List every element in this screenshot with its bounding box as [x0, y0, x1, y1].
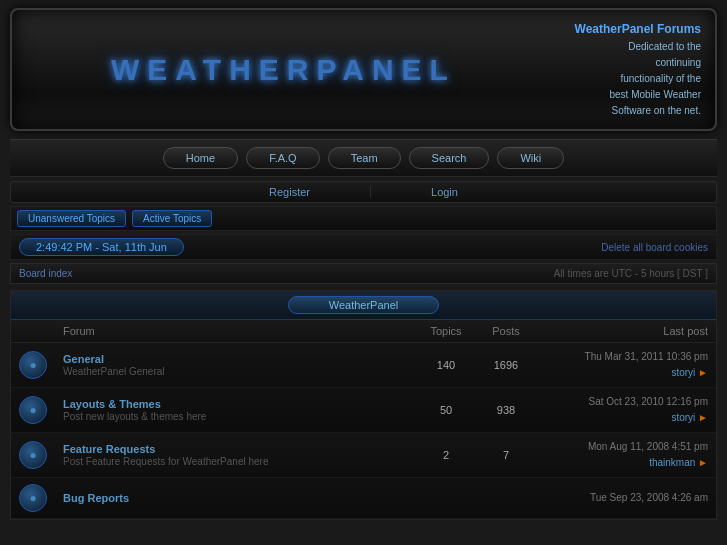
last-post-user-link[interactable]: storyi: [671, 367, 695, 378]
last-post-arrow: ►: [698, 367, 708, 378]
forum-description: WeatherPanel General: [63, 366, 165, 377]
col-forum: Forum: [55, 320, 416, 343]
forum-table: Forum Topics Posts Last post ● General W…: [11, 320, 716, 519]
logo-area: WeatherPanel: [26, 53, 541, 87]
forum-name-link[interactable]: Bug Reports: [63, 492, 408, 504]
nav-search[interactable]: Search: [409, 147, 490, 169]
timezone-text: All times are UTC - 5 hours [ DST ]: [554, 268, 708, 279]
board-index-link[interactable]: Board index: [19, 268, 72, 279]
forum-topics-cell: 140: [416, 343, 476, 388]
forum-icon-cell: ●: [11, 433, 55, 478]
last-post-user-link[interactable]: storyi: [671, 412, 695, 423]
last-post-date: Sat Oct 23, 2010 12:16 pm: [544, 394, 708, 410]
forum-description: Post new layouts & themes here: [63, 411, 206, 422]
table-row: ● General WeatherPanel General 140 1696 …: [11, 343, 716, 388]
site-desc-4: best Mobile Weather: [541, 87, 701, 103]
forum-lastpost-cell: Tue Sep 23, 2008 4:26 am: [536, 478, 716, 519]
forum-topics-cell: [416, 478, 476, 519]
forum-posts-cell: [476, 478, 536, 519]
col-topics: Topics: [416, 320, 476, 343]
forum-icon: ●: [19, 441, 47, 469]
logo-text: WeatherPanel: [111, 53, 456, 87]
unanswered-topics-btn[interactable]: Unanswered Topics: [17, 210, 126, 227]
forum-info-cell: Layouts & Themes Post new layouts & them…: [55, 388, 416, 433]
forum-topics-cell: 2: [416, 433, 476, 478]
site-desc-2: continuing: [541, 55, 701, 71]
nav-home[interactable]: Home: [163, 147, 238, 169]
forum-lastpost-cell: Mon Aug 11, 2008 4:51 pm thainkman ►: [536, 433, 716, 478]
register-link[interactable]: Register: [209, 186, 371, 198]
last-post-user-link[interactable]: thainkman: [649, 457, 695, 468]
clock-bar: 2:49:42 PM - Sat, 11th Jun Delete all bo…: [10, 234, 717, 260]
table-row: ● Bug Reports Tue Sep 23, 2008 4:26 am: [11, 478, 716, 519]
last-post-arrow: ►: [698, 457, 708, 468]
forum-info-cell: Feature Requests Post Feature Requests f…: [55, 433, 416, 478]
forum-section: WeatherPanel Forum Topics Posts Last pos…: [10, 290, 717, 520]
forum-icon-cell: ●: [11, 478, 55, 519]
login-link[interactable]: Login: [371, 186, 518, 198]
forum-icon-cell: ●: [11, 343, 55, 388]
table-row: ● Feature Requests Post Feature Requests…: [11, 433, 716, 478]
site-desc-3: functionality of the: [541, 71, 701, 87]
forum-name-link[interactable]: Layouts & Themes: [63, 398, 408, 410]
last-post-arrow: ►: [698, 412, 708, 423]
forum-icon-cell: ●: [11, 388, 55, 433]
clock-display: 2:49:42 PM - Sat, 11th Jun: [19, 238, 184, 256]
forum-description: Post Feature Requests for WeatherPanel h…: [63, 456, 268, 467]
nav-wiki[interactable]: Wiki: [497, 147, 564, 169]
forum-icon: ●: [19, 484, 47, 512]
table-row: ● Layouts & Themes Post new layouts & th…: [11, 388, 716, 433]
nav-team[interactable]: Team: [328, 147, 401, 169]
col-icon: [11, 320, 55, 343]
register-login-bar: Register Login: [10, 181, 717, 203]
col-lastpost: Last post: [536, 320, 716, 343]
forum-icon: ●: [19, 396, 47, 424]
nav-faq[interactable]: F.A.Q: [246, 147, 320, 169]
last-post-date: Thu Mar 31, 2011 10:36 pm: [544, 349, 708, 365]
site-desc-1: Dedicated to the: [541, 39, 701, 55]
forum-name-link[interactable]: General: [63, 353, 408, 365]
forum-section-title: WeatherPanel: [288, 296, 440, 314]
forum-info-cell: Bug Reports: [55, 478, 416, 519]
topics-bar: Unanswered Topics Active Topics: [10, 206, 717, 231]
header: WeatherPanel WeatherPanel Forums Dedicat…: [10, 8, 717, 131]
site-title: WeatherPanel Forums: [541, 20, 701, 39]
forum-name-link[interactable]: Feature Requests: [63, 443, 408, 455]
forum-posts-cell: 1696: [476, 343, 536, 388]
forum-section-header: WeatherPanel: [11, 291, 716, 320]
col-posts: Posts: [476, 320, 536, 343]
board-index-bar: Board index All times are UTC - 5 hours …: [10, 263, 717, 284]
forum-lastpost-cell: Thu Mar 31, 2011 10:36 pm storyi ►: [536, 343, 716, 388]
forum-posts-cell: 7: [476, 433, 536, 478]
forum-icon: ●: [19, 351, 47, 379]
nav-bar: Home F.A.Q Team Search Wiki: [10, 139, 717, 177]
forum-info-cell: General WeatherPanel General: [55, 343, 416, 388]
header-description: WeatherPanel Forums Dedicated to the con…: [541, 20, 701, 119]
forum-topics-cell: 50: [416, 388, 476, 433]
delete-cookies-link[interactable]: Delete all board cookies: [601, 242, 708, 253]
forum-posts-cell: 938: [476, 388, 536, 433]
forum-lastpost-cell: Sat Oct 23, 2010 12:16 pm storyi ►: [536, 388, 716, 433]
last-post-date: Mon Aug 11, 2008 4:51 pm: [544, 439, 708, 455]
last-post-date: Tue Sep 23, 2008 4:26 am: [544, 490, 708, 506]
active-topics-btn[interactable]: Active Topics: [132, 210, 212, 227]
site-desc-5: Software on the net.: [541, 103, 701, 119]
